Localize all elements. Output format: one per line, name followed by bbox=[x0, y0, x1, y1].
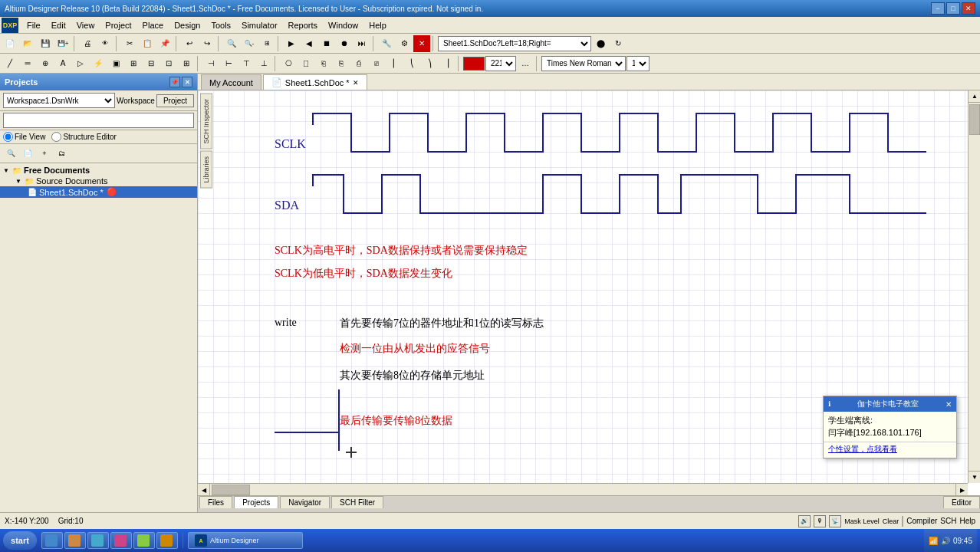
copy-button[interactable]: 📋 bbox=[139, 35, 156, 52]
menu-project[interactable]: Project bbox=[100, 19, 136, 31]
workspace-dropdown[interactable]: Workspace1.DsnWrk bbox=[3, 93, 115, 108]
close-button[interactable]: ✕ bbox=[962, 2, 975, 15]
vertical-scrollbar[interactable]: ▲ ▼ bbox=[968, 90, 980, 483]
menu-simulator[interactable]: Simulator bbox=[236, 19, 282, 31]
print-button[interactable]: 🖨 bbox=[79, 35, 96, 52]
menu-help[interactable]: Help bbox=[363, 19, 392, 31]
horizontal-scrollbar[interactable]: ◀ ▶ bbox=[198, 483, 968, 495]
cut-button[interactable]: ✂ bbox=[121, 35, 138, 52]
tab-navigator[interactable]: Navigator bbox=[280, 496, 330, 508]
taskbar-btn-3[interactable] bbox=[87, 532, 109, 549]
tb2-btn4[interactable]: ⊞ bbox=[178, 55, 195, 72]
panel-pin-button[interactable]: 📌 bbox=[169, 77, 180, 87]
print-preview-button[interactable]: 👁 bbox=[97, 35, 113, 52]
tb2-extra4[interactable]: ⎘ bbox=[333, 55, 350, 72]
tb2-extra9[interactable]: ⎞ bbox=[421, 55, 438, 72]
tb2-extra3[interactable]: ⎗ bbox=[315, 55, 332, 72]
tb2-extra5[interactable]: ⎙ bbox=[350, 55, 367, 72]
menu-design[interactable]: Design bbox=[169, 19, 206, 31]
tb-btn-extra8[interactable]: ✕ bbox=[413, 35, 430, 52]
tab-sheet1[interactable]: 📄 Sheet1.SchDoc * ✕ bbox=[263, 74, 367, 90]
bus-button[interactable]: ═ bbox=[19, 55, 36, 72]
tree-level1[interactable]: ▼ 📁 Source Documents bbox=[0, 176, 197, 186]
open-button[interactable]: 📂 bbox=[19, 35, 36, 52]
font-name-select[interactable]: Times New Roman bbox=[541, 56, 626, 71]
structure-editor-option[interactable]: Structure Editor bbox=[51, 132, 116, 142]
structure-editor-radio[interactable] bbox=[51, 132, 61, 142]
panel-close-button[interactable]: ✕ bbox=[182, 77, 192, 87]
power-button[interactable]: ⚡ bbox=[90, 55, 107, 72]
project-button[interactable]: Project bbox=[156, 94, 194, 107]
bottom-icon-2[interactable]: 🎙 bbox=[814, 515, 826, 527]
bottom-icon-3[interactable]: 📡 bbox=[829, 515, 841, 527]
tree-root[interactable]: ▼ 📁 Free Documents bbox=[0, 165, 197, 176]
port-button[interactable]: ▷ bbox=[72, 55, 89, 72]
tb2-btn2[interactable]: ⊟ bbox=[143, 55, 159, 72]
new-button[interactable]: 📄 bbox=[2, 35, 18, 52]
altium-taskbar-button[interactable]: A Altium Designer bbox=[188, 532, 303, 549]
save-button[interactable]: 💾 bbox=[37, 35, 54, 52]
tab-my-account[interactable]: My Account bbox=[201, 74, 261, 90]
tab-editor[interactable]: Editor bbox=[943, 496, 980, 508]
scroll-left-button[interactable]: ◀ bbox=[198, 484, 210, 495]
color-picker[interactable] bbox=[463, 57, 485, 71]
tb-btn-extra1[interactable]: ▶ bbox=[283, 35, 300, 52]
menu-window[interactable]: Window bbox=[323, 19, 363, 31]
sch-label[interactable]: SCH bbox=[940, 517, 956, 525]
compiler-label[interactable]: Compiler bbox=[906, 517, 937, 525]
help-label[interactable]: Help bbox=[959, 517, 975, 525]
redo-button[interactable]: ↪ bbox=[199, 35, 215, 52]
tb2-btn1[interactable]: ⊞ bbox=[125, 55, 142, 72]
file-view-option[interactable]: File View bbox=[3, 132, 45, 142]
menu-view[interactable]: View bbox=[71, 19, 100, 31]
taskbar-btn-5[interactable] bbox=[133, 532, 155, 549]
tb2-extra8[interactable]: ⎝ bbox=[403, 55, 420, 72]
tb2-more[interactable]: … bbox=[517, 55, 534, 72]
font-size-select2[interactable]: 12 bbox=[626, 56, 649, 71]
zoom-in-button[interactable]: 🔍 bbox=[223, 35, 240, 52]
tab-sch-filter[interactable]: SCH Filter bbox=[331, 496, 383, 508]
font-size-select[interactable]: 221 bbox=[485, 56, 516, 71]
zoom-fit-button[interactable]: ⊞ bbox=[258, 35, 275, 52]
tb2-extra7[interactable]: ⎜ bbox=[386, 55, 403, 72]
label-button[interactable]: A bbox=[54, 55, 71, 72]
scroll-thumb-h[interactable] bbox=[212, 485, 250, 495]
dxp-logo[interactable]: DXP bbox=[2, 18, 18, 33]
start-button[interactable]: start bbox=[3, 531, 37, 550]
tb-nav-btn[interactable]: ⬤ bbox=[592, 35, 609, 52]
tb-btn-extra4[interactable]: ⏺ bbox=[336, 35, 353, 52]
taskbar-btn-6[interactable] bbox=[156, 532, 178, 549]
taskbar-btn-1[interactable] bbox=[41, 532, 63, 549]
tb-btn-extra3[interactable]: ⏹ bbox=[318, 35, 335, 52]
view-icon-btn-1[interactable]: 🔍 bbox=[3, 146, 18, 161]
zoom-out-button[interactable]: 🔍- bbox=[241, 35, 258, 52]
tree-level2[interactable]: 📄 Sheet1.SchDoc * 🔴 bbox=[0, 186, 197, 198]
libraries-tab[interactable]: Libraries bbox=[200, 151, 212, 189]
maximize-button[interactable]: □ bbox=[946, 2, 960, 15]
location-display[interactable]: Sheet1.SchDoc?Left=18;Right= bbox=[438, 36, 591, 51]
tb-refresh-btn[interactable]: ↻ bbox=[610, 35, 626, 52]
tb2-btn3[interactable]: ⊡ bbox=[160, 55, 177, 72]
tb-btn-extra5[interactable]: ⏭ bbox=[354, 35, 370, 52]
minimize-button[interactable]: − bbox=[931, 2, 945, 15]
taskbar-btn-2[interactable] bbox=[64, 532, 86, 549]
paste-button[interactable]: 📌 bbox=[156, 35, 173, 52]
bottom-icon-1[interactable]: 🔊 bbox=[798, 515, 811, 527]
wire-button[interactable]: ╱ bbox=[2, 55, 18, 72]
undo-button[interactable]: ↩ bbox=[181, 35, 198, 52]
canvas-area[interactable]: SCLK SDA SCLK为高电平时，SDA数据保持或者说需要保持稳定 SCLK… bbox=[198, 90, 980, 495]
taskbar-btn-4[interactable] bbox=[110, 532, 132, 549]
notif-close-button[interactable]: ✕ bbox=[945, 400, 952, 409]
view-icon-btn-3[interactable]: + bbox=[37, 146, 52, 161]
tab-files[interactable]: Files bbox=[199, 496, 232, 508]
tb2-extra6[interactable]: ⎚ bbox=[368, 55, 385, 72]
search-input[interactable] bbox=[3, 113, 194, 128]
tb-btn-extra6[interactable]: 🔧 bbox=[378, 35, 395, 52]
tb2-extra1[interactable]: ⎔ bbox=[280, 55, 297, 72]
notif-link[interactable]: 个性设置，点我看看 bbox=[828, 445, 897, 453]
scroll-up-button[interactable]: ▲ bbox=[968, 90, 980, 103]
tb2-extra2[interactable]: ⎕ bbox=[298, 55, 314, 72]
tab-sheet1-close[interactable]: ✕ bbox=[353, 79, 359, 87]
menu-tools[interactable]: Tools bbox=[206, 19, 236, 31]
tab-projects[interactable]: Projects bbox=[234, 496, 278, 508]
